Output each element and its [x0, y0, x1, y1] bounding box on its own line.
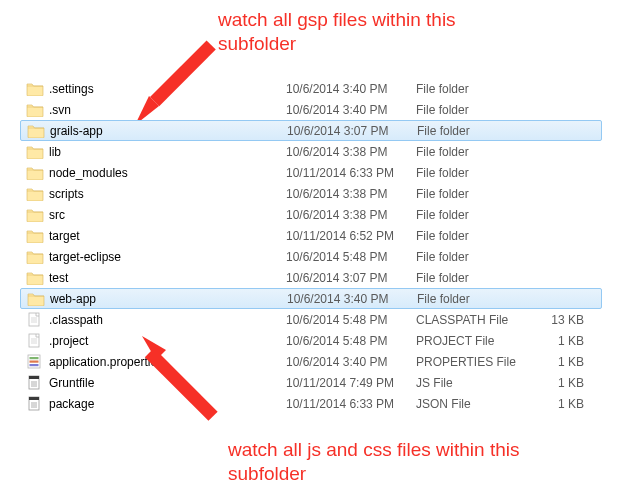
col-date: 10/6/2014 3:38 PM [286, 145, 416, 159]
col-name[interactable]: lib [26, 144, 286, 159]
svg-rect-13 [30, 364, 39, 366]
file-row[interactable]: node_modules10/11/2014 6:33 PMFile folde… [20, 162, 602, 183]
svg-rect-15 [29, 376, 39, 379]
file-row[interactable]: grails-app10/6/2014 3:07 PMFile folder [20, 120, 602, 141]
file-name[interactable]: target-eclipse [49, 250, 121, 264]
file-row[interactable]: .settings10/6/2014 3:40 PMFile folder [20, 78, 602, 99]
col-date: 10/6/2014 3:40 PM [286, 82, 416, 96]
file-name[interactable]: .classpath [49, 313, 103, 327]
col-type: File folder [416, 82, 534, 96]
col-size: 1 KB [534, 397, 588, 411]
col-date: 10/11/2014 6:33 PM [286, 397, 416, 411]
col-type: File folder [417, 124, 535, 138]
col-name[interactable]: target [26, 228, 286, 243]
file-row[interactable]: .classpath10/6/2014 5:48 PMCLASSPATH Fil… [20, 309, 602, 330]
file-name[interactable]: .project [49, 334, 88, 348]
col-type: File folder [416, 187, 534, 201]
col-date: 10/6/2014 5:48 PM [286, 313, 416, 327]
folder-icon [26, 270, 44, 285]
file-name[interactable]: web-app [50, 292, 96, 306]
col-name[interactable]: scripts [26, 186, 286, 201]
file-name[interactable]: test [49, 271, 68, 285]
col-type: CLASSPATH File [416, 313, 534, 327]
file-icon [26, 333, 44, 348]
file-list[interactable]: .settings10/6/2014 3:40 PMFile folder.sv… [20, 78, 602, 414]
col-date: 10/11/2014 6:33 PM [286, 166, 416, 180]
file-row[interactable]: package10/11/2014 6:33 PMJSON File1 KB [20, 393, 602, 414]
file-name[interactable]: scripts [49, 187, 84, 201]
file-row[interactable]: target-eclipse10/6/2014 5:48 PMFile fold… [20, 246, 602, 267]
file-row[interactable]: web-app10/6/2014 3:40 PMFile folder [20, 288, 602, 309]
file-name[interactable]: grails-app [50, 124, 103, 138]
col-date: 10/6/2014 3:07 PM [286, 271, 416, 285]
svg-rect-6 [29, 334, 39, 347]
folder-icon [26, 102, 44, 117]
col-type: PROPERTIES File [416, 355, 534, 369]
col-type: File folder [416, 103, 534, 117]
col-size: 1 KB [534, 376, 588, 390]
folder-icon [26, 165, 44, 180]
col-name[interactable]: .settings [26, 81, 286, 96]
col-name[interactable]: test [26, 270, 286, 285]
col-type: File folder [416, 229, 534, 243]
folder-icon [26, 249, 44, 264]
file-row[interactable]: test10/6/2014 3:07 PMFile folder [20, 267, 602, 288]
file-name[interactable]: Gruntfile [49, 376, 94, 390]
js-icon [26, 375, 44, 390]
col-type: PROJECT File [416, 334, 534, 348]
file-name[interactable]: .settings [49, 82, 94, 96]
file-name[interactable]: target [49, 229, 80, 243]
col-name[interactable]: .classpath [26, 312, 286, 327]
annotation-bottom: watch all js and css files within this s… [228, 438, 548, 486]
col-size: 13 KB [534, 313, 588, 327]
folder-icon [26, 81, 44, 96]
col-name[interactable]: node_modules [26, 165, 286, 180]
file-row[interactable]: .svn10/6/2014 3:40 PMFile folder [20, 99, 602, 120]
col-date: 10/6/2014 3:40 PM [287, 292, 417, 306]
svg-rect-25 [145, 348, 218, 421]
folder-icon [26, 186, 44, 201]
col-type: File folder [416, 271, 534, 285]
file-row[interactable]: scripts10/6/2014 3:38 PMFile folder [20, 183, 602, 204]
col-name[interactable]: src [26, 207, 286, 222]
col-name[interactable]: target-eclipse [26, 249, 286, 264]
col-type: File folder [416, 166, 534, 180]
col-size: 1 KB [534, 334, 588, 348]
col-date: 10/6/2014 5:48 PM [286, 334, 416, 348]
col-type: File folder [416, 145, 534, 159]
col-date: 10/11/2014 6:52 PM [286, 229, 416, 243]
file-name[interactable]: .svn [49, 103, 71, 117]
col-date: 10/11/2014 7:49 PM [286, 376, 416, 390]
folder-icon [26, 207, 44, 222]
file-icon [26, 312, 44, 327]
annotation-top: watch all gsp files within this subfolde… [218, 8, 518, 56]
file-row[interactable]: lib10/6/2014 3:38 PMFile folder [20, 141, 602, 162]
file-name[interactable]: src [49, 208, 65, 222]
file-row[interactable]: target10/11/2014 6:52 PMFile folder [20, 225, 602, 246]
col-name[interactable]: web-app [27, 291, 287, 306]
prop-icon [26, 354, 44, 369]
file-row[interactable]: application.properties10/6/2014 3:40 PMP… [20, 351, 602, 372]
file-row[interactable]: src10/6/2014 3:38 PMFile folder [20, 204, 602, 225]
file-name[interactable]: lib [49, 145, 61, 159]
col-date: 10/6/2014 5:48 PM [286, 250, 416, 264]
col-type: JSON File [416, 397, 534, 411]
col-date: 10/6/2014 3:07 PM [287, 124, 417, 138]
col-date: 10/6/2014 3:38 PM [286, 187, 416, 201]
svg-rect-20 [29, 397, 39, 400]
col-date: 10/6/2014 3:40 PM [286, 103, 416, 117]
col-type: File folder [417, 292, 535, 306]
col-date: 10/6/2014 3:40 PM [286, 355, 416, 369]
col-name[interactable]: .svn [26, 102, 286, 117]
col-type: File folder [416, 250, 534, 264]
svg-rect-2 [29, 313, 39, 326]
file-name[interactable]: node_modules [49, 166, 128, 180]
col-name[interactable]: grails-app [27, 123, 287, 138]
col-type: JS File [416, 376, 534, 390]
col-type: File folder [416, 208, 534, 222]
file-row[interactable]: .project10/6/2014 5:48 PMPROJECT File1 K… [20, 330, 602, 351]
file-row[interactable]: Gruntfile10/11/2014 7:49 PMJS File1 KB [20, 372, 602, 393]
arrow-bottom [142, 336, 232, 431]
file-name[interactable]: package [49, 397, 94, 411]
svg-rect-12 [30, 361, 39, 363]
